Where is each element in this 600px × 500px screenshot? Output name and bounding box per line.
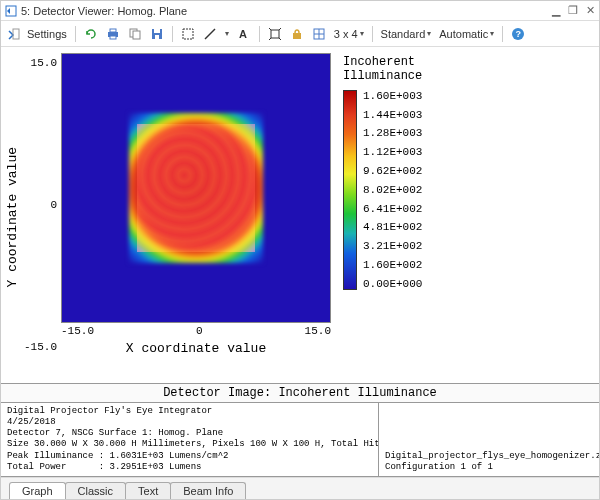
svg-rect-10 <box>183 29 193 39</box>
zoom-extents-icon[interactable] <box>266 25 284 43</box>
window-title: 5: Detector Viewer: Homog. Plane <box>21 5 552 17</box>
line-style-dropdown[interactable]: ▾ <box>223 29 231 38</box>
x-tick: 0 <box>196 325 203 337</box>
toolbar-separator <box>372 26 373 42</box>
info-panel: Detector Image: Incoherent Illuminance D… <box>1 383 599 478</box>
cbar-tick: 1.12E+003 <box>363 146 422 158</box>
svg-rect-4 <box>110 36 116 39</box>
tab-beam-info[interactable]: Beam Info <box>170 482 246 499</box>
minimize-button[interactable]: ▁ <box>552 4 560 17</box>
text-tool-icon[interactable]: A <box>235 25 253 43</box>
copy-icon[interactable] <box>126 25 144 43</box>
y-tick: 0 <box>50 199 57 211</box>
grid-icon[interactable] <box>310 25 328 43</box>
tab-bar: Graph Classic Text Beam Info <box>1 477 599 499</box>
colorbar-title: Incoherent Illuminance <box>343 55 422 84</box>
cbar-tick: 1.44E+003 <box>363 109 422 121</box>
select-icon[interactable] <box>179 25 197 43</box>
svg-rect-8 <box>154 29 160 33</box>
heatmap-core <box>137 124 255 253</box>
plot-center: -15.0 0 15.0 X coordinate value <box>61 53 331 381</box>
view-mode-dropdown[interactable]: Standard▾ <box>379 28 434 40</box>
colorbar-ticks: 1.60E+003 1.44E+003 1.28E+003 1.12E+003 … <box>363 90 422 290</box>
lock-icon[interactable] <box>288 25 306 43</box>
y-axis-ticks: 15.0 0 -15.0 <box>22 53 61 381</box>
close-button[interactable]: ✕ <box>586 4 595 17</box>
svg-rect-3 <box>110 29 116 32</box>
svg-rect-14 <box>293 33 301 39</box>
svg-rect-9 <box>155 35 159 39</box>
cbar-tick: 1.60E+003 <box>363 90 422 102</box>
y-tick: -15.0 <box>24 341 57 353</box>
svg-rect-13 <box>271 30 279 38</box>
colorbar <box>343 90 357 290</box>
toolbar-separator <box>75 26 76 42</box>
cbar-tick: 9.62E+002 <box>363 165 422 177</box>
cbar-tick: 4.81E+002 <box>363 221 422 233</box>
titlebar: 5: Detector Viewer: Homog. Plane ▁ ❐ ✕ <box>1 1 599 21</box>
info-panel-left: Digital Projector Fly's Eye Integrator 4… <box>1 403 379 477</box>
cbar-tick: 6.41E+002 <box>363 203 422 215</box>
cbar-tick: 3.21E+002 <box>363 240 422 252</box>
cbar-tick: 1.28E+003 <box>363 127 422 139</box>
plot-area: Y coordinate value 15.0 0 -15.0 -15.0 0 … <box>1 47 599 383</box>
toolbar-separator <box>502 26 503 42</box>
info-panel-right: Digital_projector_flys_eye_homogenizer.z… <box>379 403 599 477</box>
settings-label[interactable]: Settings <box>27 28 67 40</box>
tab-graph[interactable]: Graph <box>9 482 66 499</box>
help-icon[interactable]: ? <box>509 25 527 43</box>
print-icon[interactable] <box>104 25 122 43</box>
cbar-tick: 8.02E+002 <box>363 184 422 196</box>
save-icon[interactable] <box>148 25 166 43</box>
y-tick: 15.0 <box>31 57 57 69</box>
colorbar-legend: Incoherent Illuminance 1.60E+003 1.44E+0… <box>343 53 422 381</box>
cbar-tick: 1.60E+002 <box>363 259 422 271</box>
window-controls: ▁ ❐ ✕ <box>552 4 595 17</box>
svg-rect-6 <box>133 31 140 39</box>
scale-mode-dropdown[interactable]: Automatic▾ <box>437 28 496 40</box>
x-axis-label: X coordinate value <box>61 339 331 356</box>
settings-icon[interactable] <box>5 25 23 43</box>
y-axis-label: Y coordinate value <box>3 147 22 287</box>
restore-button[interactable]: ❐ <box>568 4 578 17</box>
info-panel-title: Detector Image: Incoherent Illuminance <box>1 384 599 403</box>
toolbar: Settings ▾ A 3 x 4▾ Standard▾ Automatic▾… <box>1 21 599 47</box>
app-icon <box>5 5 17 17</box>
x-tick: -15.0 <box>61 325 94 337</box>
svg-line-11 <box>205 29 215 39</box>
svg-text:?: ? <box>516 29 522 39</box>
x-tick: 15.0 <box>305 325 331 337</box>
heatmap-canvas[interactable] <box>61 53 331 323</box>
grid-size-dropdown[interactable]: 3 x 4▾ <box>332 28 366 40</box>
refresh-icon[interactable] <box>82 25 100 43</box>
line-icon[interactable] <box>201 25 219 43</box>
svg-rect-1 <box>13 29 19 39</box>
x-axis-ticks: -15.0 0 15.0 <box>61 323 331 339</box>
cbar-tick: 0.00E+000 <box>363 278 422 290</box>
tab-text[interactable]: Text <box>125 482 171 499</box>
toolbar-separator <box>259 26 260 42</box>
tab-classic[interactable]: Classic <box>65 482 126 499</box>
svg-text:A: A <box>239 28 247 40</box>
toolbar-separator <box>172 26 173 42</box>
